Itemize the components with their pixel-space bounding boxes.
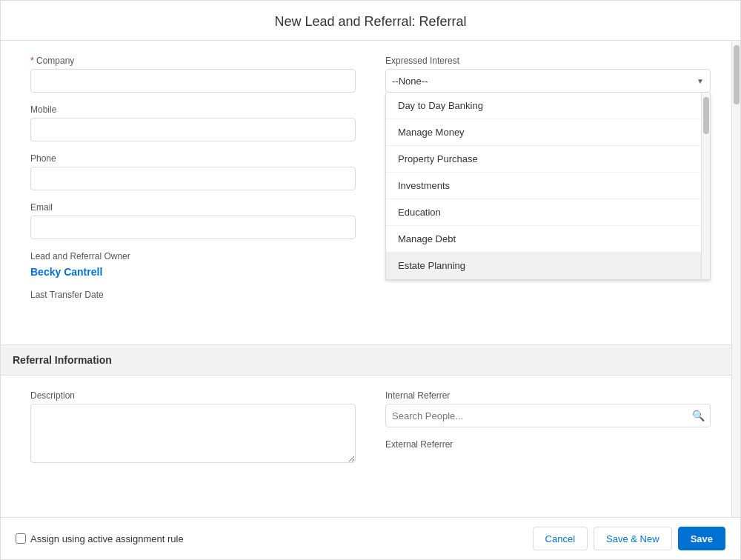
company-label: Company	[30, 56, 356, 66]
form-left-column: Company Mobile Phone Email Lead and Refe	[30, 56, 356, 330]
expressed-interest-dropdown: --None-- ▼ Day to Day Banking	[385, 69, 711, 93]
referral-left-column: Description	[30, 390, 356, 477]
modal-container: New Lead and Referral: Referral Company …	[0, 0, 741, 560]
mobile-input[interactable]	[30, 118, 356, 141]
modal-scrollbar-thumb[interactable]	[734, 45, 740, 104]
transfer-date-label: Last Transfer Date	[30, 290, 356, 300]
internal-referrer-group: Internal Referrer 🔍	[385, 390, 711, 427]
expressed-interest-label: Expressed Interest	[385, 56, 711, 66]
internal-referrer-label: Internal Referrer	[385, 390, 711, 401]
description-textarea[interactable]	[30, 404, 356, 463]
dropdown-list: Day to Day Banking Manage Money Property…	[385, 93, 711, 280]
owner-field-group: Lead and Referral Owner Becky Cantrell	[30, 251, 356, 278]
footer-left: Assign using active assignment rule	[16, 533, 184, 544]
dropdown-item-manage-money[interactable]: Manage Money	[386, 119, 710, 146]
footer-right: Cancel Save & New Save	[533, 527, 725, 550]
search-icon[interactable]: 🔍	[692, 410, 705, 421]
description-field-group: Description	[30, 390, 356, 465]
dropdown-arrow-icon: ▼	[697, 77, 704, 85]
cancel-button[interactable]: Cancel	[533, 527, 588, 550]
email-input[interactable]	[30, 216, 356, 239]
dropdown-trigger[interactable]: --None-- ▼	[385, 69, 711, 93]
phone-input[interactable]	[30, 167, 356, 190]
dropdown-selected-value: --None--	[392, 76, 428, 87]
referral-section-header: Referral Information	[1, 344, 740, 376]
external-referrer-group: External Referrer	[385, 439, 711, 450]
external-referrer-label: External Referrer	[385, 439, 711, 450]
assignment-rule-checkbox[interactable]	[16, 533, 26, 544]
description-label: Description	[30, 390, 356, 401]
transfer-date-group: Last Transfer Date	[30, 290, 356, 318]
assignment-rule-label: Assign using active assignment rule	[30, 533, 184, 544]
form-layout: Company Mobile Phone Email Lead and Refe	[30, 56, 711, 330]
assignment-rule-checkbox-label[interactable]: Assign using active assignment rule	[16, 533, 184, 544]
form-right-column: Expressed Interest --None-- ▼	[385, 56, 711, 330]
referral-form-layout: Description Internal Referrer 🔍 External…	[30, 390, 711, 477]
transfer-date-value	[30, 303, 356, 318]
phone-field-group: Phone	[30, 153, 356, 190]
modal-footer: Assign using active assignment rule Canc…	[1, 517, 740, 559]
referral-section-title: Referral Information	[13, 354, 112, 366]
expressed-interest-group: Expressed Interest --None-- ▼	[385, 56, 711, 93]
modal-scrollbar-track[interactable]	[731, 41, 740, 517]
dropdown-item-investments[interactable]: Investments	[386, 173, 710, 199]
company-input[interactable]	[30, 69, 356, 93]
internal-referrer-search-wrapper: 🔍	[385, 404, 711, 427]
save-new-button[interactable]: Save & New	[594, 527, 672, 550]
mobile-label: Mobile	[30, 104, 356, 115]
modal-header: New Lead and Referral: Referral	[1, 1, 740, 41]
dropdown-list-inner: Day to Day Banking Manage Money Property…	[386, 93, 710, 279]
owner-label: Lead and Referral Owner	[30, 251, 356, 261]
email-label: Email	[30, 202, 356, 213]
dropdown-scrollbar-thumb[interactable]	[703, 97, 709, 134]
internal-referrer-input[interactable]	[385, 404, 711, 427]
dropdown-item-property-purchase[interactable]: Property Purchase	[386, 146, 710, 173]
dropdown-item-day-to-day-banking[interactable]: Day to Day Banking	[386, 93, 710, 119]
modal-title: New Lead and Referral: Referral	[274, 14, 466, 29]
mobile-field-group: Mobile	[30, 104, 356, 141]
dropdown-scrollbar-track[interactable]	[701, 93, 710, 279]
modal-body: Company Mobile Phone Email Lead and Refe	[1, 41, 740, 517]
owner-value[interactable]: Becky Cantrell	[30, 264, 356, 278]
email-field-group: Email	[30, 202, 356, 239]
referral-right-column: Internal Referrer 🔍 External Referrer	[385, 390, 711, 477]
phone-label: Phone	[30, 153, 356, 164]
save-button[interactable]: Save	[678, 527, 725, 550]
company-field-group: Company	[30, 56, 356, 93]
dropdown-item-estate-planning[interactable]: Estate Planning	[386, 253, 710, 279]
referral-section: Referral Information Description Interna…	[30, 344, 711, 477]
dropdown-item-education[interactable]: Education	[386, 199, 710, 226]
dropdown-item-manage-debt[interactable]: Manage Debt	[386, 226, 710, 253]
